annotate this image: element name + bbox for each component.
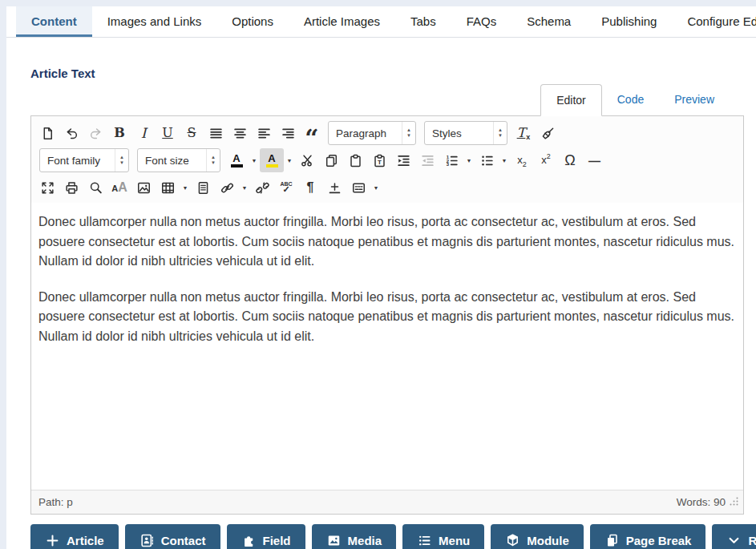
fullscreen-button[interactable] [35,176,59,200]
form-tab-content[interactable]: Content [16,6,92,37]
text-color-caret-icon: ▼ [252,158,257,163]
insert-readmore-button[interactable]: Read More [712,524,756,549]
insert-contact-button[interactable]: Contact [125,524,220,549]
align-left-button[interactable] [252,121,276,145]
visual-blocks-menu-button[interactable]: ▼ [370,176,382,200]
visual-blocks-button[interactable] [346,176,370,200]
ordered-list-icon: 123 [444,153,459,168]
cut-icon [300,153,315,168]
editor-tab-code[interactable]: Code [602,84,659,116]
insert-pagebreak-button[interactable]: Page Break [590,524,706,549]
fullscreen-icon [40,180,55,196]
ordered-list-menu-button[interactable]: ▼ [463,148,475,172]
special-character-button[interactable]: Ω [558,148,582,172]
form-tab-tabs[interactable]: Tabs [395,6,451,37]
toolbar-row: AA▼▼ABC✓¶▼ [35,174,739,201]
paste-text-button[interactable]: T [367,148,391,172]
styles-select[interactable]: Styles▲▼ [424,121,507,145]
article-icon [45,533,60,548]
insert-field-button[interactable]: Field [227,524,305,549]
form-tab-article-images[interactable]: Article Images [289,6,395,37]
align-justify-button[interactable] [204,121,228,145]
superscript-button[interactable]: x2 [534,148,558,172]
redo-icon [88,126,103,141]
search-button[interactable] [83,176,107,200]
blockquote-button[interactable]: “ [300,121,324,145]
highlight-color-menu-button[interactable]: ▼ [284,148,295,172]
form-tab-publishing[interactable]: Publishing [586,6,672,37]
print-button[interactable] [59,176,83,200]
editor-statusbar: Path: p Words: 90 [31,490,743,514]
insert-menu-button[interactable]: Menu [402,524,484,549]
link-menu-button[interactable]: ▼ [239,176,250,200]
form-tab-images-and-links[interactable]: Images and Links [92,6,217,37]
copy-button[interactable] [319,148,343,172]
paste-button[interactable] [343,148,367,172]
card-body: Article Text EditorCodePreview BIUS“Para… [6,38,756,549]
paste-text-icon: T [372,153,387,168]
image-button[interactable] [131,176,156,200]
insert-media-button[interactable]: Media [312,524,397,549]
bold-button[interactable]: B [107,121,131,145]
unordered-list-menu-button[interactable]: ▼ [499,148,510,172]
table-menu-button[interactable]: ▼ [180,176,191,200]
editor-frame: BIUS“Paragraph▲▼Styles▲▼TxFont family▲▼F… [30,115,744,515]
strikethrough-icon: S [188,127,196,139]
strikethrough-button[interactable]: S [180,121,204,145]
ordered-list-button[interactable]: 123 [439,148,463,172]
editor-tab-editor[interactable]: Editor [540,84,602,116]
underline-icon: U [162,127,172,139]
format-select[interactable]: Paragraph▲▼ [328,121,416,145]
highlight-color-caret-icon: ▼ [287,158,293,163]
undo-button[interactable] [59,121,83,145]
spellcheck-icon: ABC✓ [280,181,292,194]
italic-button[interactable]: I [131,121,156,145]
resize-grip-icon[interactable] [730,496,738,508]
cut-button[interactable] [295,148,319,172]
fontfamily-select[interactable]: Font family▲▼ [39,148,129,172]
new-document-button[interactable] [35,121,59,145]
insert-module-button[interactable]: Module [491,524,584,549]
text-color-button[interactable]: A [224,148,249,172]
subscript-button[interactable]: x2 [510,148,534,172]
align-right-button[interactable] [276,121,300,145]
form-tab-schema[interactable]: Schema [511,6,586,37]
table-button[interactable] [156,176,180,200]
editor-widget: EditorCodePreview BIUS“Paragraph▲▼Styles… [30,84,744,549]
underline-button[interactable]: U [156,121,180,145]
print-icon [64,180,79,196]
blockquote-icon: “ [305,123,318,143]
cleanup-button[interactable] [536,121,560,145]
editor-path: Path: p [38,496,73,508]
paragraph-marks-button[interactable]: ¶ [298,176,322,200]
align-center-button[interactable] [228,121,252,145]
spellcheck-button[interactable]: ABC✓ [274,176,298,200]
article-button[interactable] [191,176,215,200]
text-color-menu-button[interactable]: ▼ [249,148,260,172]
form-tab-configure-edit-screen[interactable]: Configure Edit Screen [672,6,756,37]
editor-content-area[interactable]: Donec ullamcorper nulla non metus auctor… [31,203,743,490]
select-arrows-icon: ▲▼ [402,122,415,144]
editor-tab-preview[interactable]: Preview [659,84,730,116]
fontsize-select[interactable]: Font size▲▼ [137,148,220,172]
import-button[interactable] [322,176,346,200]
unlink-icon [255,180,270,196]
align-center-icon [232,126,248,141]
indent-icon [396,153,411,168]
link-icon [220,180,235,196]
link-button[interactable] [215,176,239,200]
svg-text:T: T [378,158,382,165]
form-tab-options[interactable]: Options [216,6,289,37]
unlink-button[interactable] [250,176,274,200]
insert-article-button[interactable]: Article [30,524,119,549]
unordered-list-button[interactable] [475,148,499,172]
editor-paragraph: Donec ullamcorper nulla non metus auctor… [38,288,735,347]
highlight-color-button[interactable]: A [260,148,284,172]
clear-formatting-button[interactable]: Tx [511,121,536,145]
form-tab-faqs[interactable]: FAQs [451,6,512,37]
subscript-icon: x2 [517,155,527,165]
indent-button[interactable] [391,148,415,172]
visual-chars-button[interactable]: AA [107,176,131,200]
horizontal-rule-button[interactable]: — [582,148,606,172]
contact-icon [139,533,155,548]
